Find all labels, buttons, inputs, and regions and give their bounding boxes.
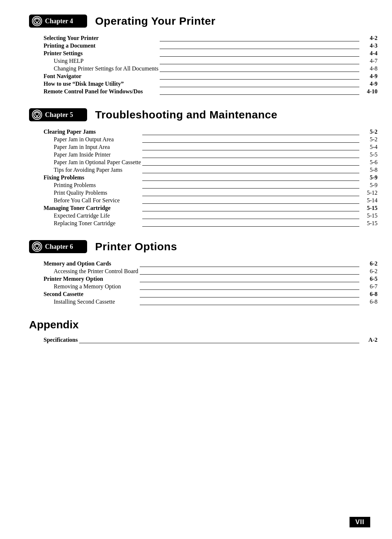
entry-dot-cell	[140, 298, 359, 305]
appendix-toc-table: Specifications A-2	[44, 336, 377, 344]
toc-entry: Using HELP 4-7	[44, 57, 377, 65]
entry-page: 6-2	[359, 267, 377, 275]
svg-line-11	[38, 113, 38, 113]
entry-label: Accessing the Printer Control Board	[44, 267, 140, 275]
entry-label: Selecting Your Printer	[44, 34, 160, 42]
entry-label: Memory and Option Cards	[44, 260, 140, 267]
entry-page: 4-7	[359, 57, 377, 65]
toc-entry: Removing a Memory Option 6-7	[44, 283, 377, 290]
entry-label: How to use “Disk Image Utility”	[44, 80, 160, 88]
entry-label: Using HELP	[44, 57, 160, 65]
chapter-badge: Chapter 5	[29, 108, 87, 121]
chapter-header: Chapter 4 Operating Your Printer	[29, 15, 363, 28]
toc-entry: Fixing Problems 5-9	[44, 174, 377, 181]
entry-label: Replacing Toner Cartridge	[44, 219, 142, 227]
entry-page: 4-3	[359, 42, 377, 49]
toc-table: Clearing Paper Jams 5-2 Paper Jam in Out…	[44, 128, 377, 227]
toc-entry: Second Cassette 6-8	[44, 290, 377, 298]
entry-label: Expected Cartridge Life	[44, 212, 142, 219]
chapter-badge-label: Chapter 5	[45, 111, 73, 119]
toc-entry: Paper Jam in Optional Paper Cassette 5-6	[44, 158, 377, 166]
svg-line-17	[38, 244, 38, 245]
entry-label: Specifications	[44, 336, 79, 344]
entry-dot-cell	[160, 49, 359, 57]
toc-table: Memory and Option Cards 6-2 Accessing th…	[44, 260, 377, 305]
entry-page: 5-5	[359, 151, 377, 158]
entry-page: 4-4	[359, 49, 377, 57]
entry-page: 5-9	[359, 181, 377, 189]
chapter-badge-label: Chapter 6	[45, 243, 73, 251]
entry-dot-cell	[160, 57, 359, 65]
entry-page: 4-10	[359, 88, 377, 95]
toc-entry: How to use “Disk Image Utility” 4-9	[44, 80, 377, 88]
entry-page: 4-8	[359, 65, 377, 72]
entry-dot-cell	[160, 42, 359, 49]
entry-page: 6-2	[359, 260, 377, 267]
svg-line-4	[36, 19, 36, 19]
chapter-title: Troubleshooting and Maintenance	[95, 109, 277, 121]
svg-line-16	[36, 244, 36, 245]
toc-entry: Printing a Document 4-3	[44, 42, 377, 49]
toc-entry: Printer Settings 4-4	[44, 49, 377, 57]
toc-entry: Before You Call For Service 5-14	[44, 196, 377, 204]
entry-label: Removing a Memory Option	[44, 283, 140, 290]
entry-label: Paper Jam in Optional Paper Cassette	[44, 158, 142, 166]
toc-entry: Font Navigator 4-9	[44, 72, 377, 80]
toc-table: Selecting Your Printer 4-2 Printing a Do…	[44, 34, 377, 95]
entry-dot-cell	[160, 65, 359, 72]
entry-page: 6-8	[359, 290, 377, 298]
chapter-section-chapter5: Chapter 5 Troubleshooting and Maintenanc…	[29, 108, 363, 227]
appendix-section: Appendix Specifications A-2	[29, 319, 363, 344]
entry-label: Second Cassette	[44, 290, 140, 298]
entry-dot-cell	[142, 196, 359, 204]
toc-entry: Accessing the Printer Control Board 6-2	[44, 267, 377, 275]
chapter-title: Printer Options	[95, 240, 177, 253]
entry-page: 4-2	[359, 34, 377, 42]
toc-entry: Paper Jam Inside Printer 5-5	[44, 151, 377, 158]
entry-label: Paper Jam Inside Printer	[44, 151, 142, 158]
entry-dot-cell	[160, 34, 359, 42]
toc-entry: Changing Printer Settings for All Docume…	[44, 65, 377, 72]
chapter-icon	[32, 110, 42, 120]
toc-entry: Clearing Paper Jams 5-2	[44, 128, 377, 135]
entry-page: 5-14	[359, 196, 377, 204]
entry-page: 5-12	[359, 189, 377, 196]
entry-label: Clearing Paper Jams	[44, 128, 142, 135]
entry-label: Printing a Document	[44, 42, 160, 49]
entry-page: 6-5	[359, 275, 377, 283]
toc-entry: Replacing Toner Cartridge 5-15	[44, 219, 377, 227]
entry-page: 5-2	[359, 128, 377, 135]
entry-dot-cell	[142, 143, 359, 151]
entry-dot-cell	[140, 283, 359, 290]
toc-entry: Expected Cartridge Life 5-15	[44, 212, 377, 219]
chapter-section-chapter4: Chapter 4 Operating Your Printer Selecti…	[29, 15, 363, 95]
entry-page: 5-2	[359, 135, 377, 143]
entry-dot-cell	[142, 158, 359, 166]
entry-page: 6-7	[359, 283, 377, 290]
chapter-badge: Chapter 4	[29, 15, 87, 28]
entry-page: 4-9	[359, 72, 377, 80]
entry-dot-cell	[142, 135, 359, 143]
chapter-header: Chapter 5 Troubleshooting and Maintenanc…	[29, 108, 363, 121]
entry-page: 5-8	[359, 166, 377, 174]
entry-page: A-2	[359, 336, 377, 344]
entry-dot-cell	[142, 189, 359, 196]
entry-page: 5-4	[359, 143, 377, 151]
entry-dot-cell	[160, 72, 359, 80]
entry-dot-cell	[142, 181, 359, 189]
toc-entry: Printing Problems 5-9	[44, 181, 377, 189]
entry-dot-cell	[142, 166, 359, 174]
toc-entry: Installing Second Cassette 6-8	[44, 298, 377, 305]
toc-entry: Remote Control Panel for Windows/Dos 4-1…	[44, 88, 377, 95]
entry-dot-cell	[142, 212, 359, 219]
entry-label: Paper Jam in Input Area	[44, 143, 142, 151]
entry-dot-cell	[142, 174, 359, 181]
content: Chapter 4 Operating Your Printer Selecti…	[29, 15, 363, 344]
toc-entry: Selecting Your Printer 4-2	[44, 34, 377, 42]
entry-dot-cell	[160, 80, 359, 88]
chapter-header: Chapter 6 Printer Options	[29, 240, 363, 253]
entry-label: Printer Settings	[44, 49, 160, 57]
svg-line-10	[36, 113, 36, 113]
appendix-title: Appendix	[29, 319, 363, 331]
entry-dot-cell	[142, 204, 359, 212]
